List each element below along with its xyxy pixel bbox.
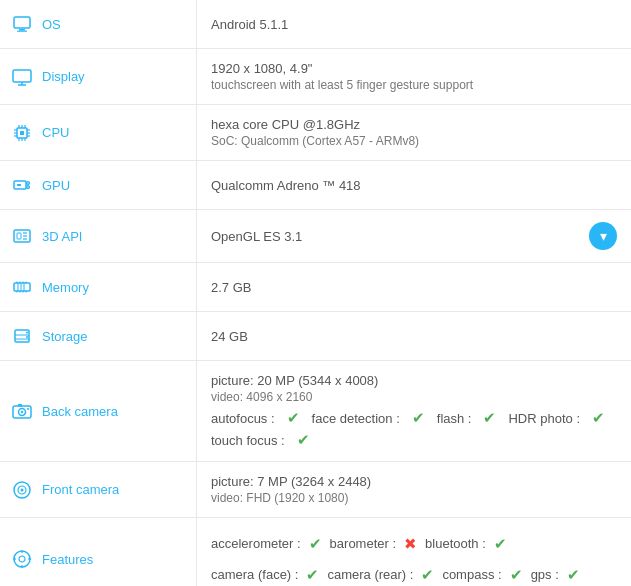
cpu-icon — [10, 121, 34, 145]
row-3dapi: 3D API OpenGL ES 3.1 ▾ — [0, 210, 631, 263]
svg-point-57 — [19, 556, 25, 562]
barometer-cross: ✖ — [404, 530, 417, 557]
row-cpu: CPU hexa core CPU @1.8GHz SoC: Qualcomm … — [0, 105, 631, 161]
cell-right-display: 1920 x 1080, 4.9" touchscreen with at le… — [197, 49, 631, 104]
backcamera-attrs-line2: touch focus : ✔ — [211, 431, 310, 449]
os-label: OS — [42, 17, 61, 32]
bluetooth-check: ✔ — [494, 530, 507, 557]
cell-right-os: Android 5.1.1 — [197, 0, 631, 48]
hdr-photo-check: ✔ — [592, 409, 605, 427]
display-label: Display — [42, 69, 85, 84]
svg-rect-27 — [17, 233, 21, 239]
cell-left-features: Features — [0, 518, 197, 586]
cpu-label: CPU — [42, 125, 69, 140]
features-label: Features — [42, 552, 93, 567]
3dapi-label: 3D API — [42, 229, 82, 244]
3dapi-value: OpenGL ES 3.1 — [211, 229, 302, 244]
compass-label: compass : — [442, 563, 501, 586]
bluetooth-label: bluetooth : — [425, 532, 486, 555]
svg-point-56 — [14, 551, 30, 567]
storage-value: 24 GB — [211, 329, 248, 344]
svg-point-55 — [21, 488, 24, 491]
hdr-photo-label: HDR photo : — [508, 411, 580, 426]
cell-left-3dapi: 3D API — [0, 210, 197, 262]
barometer-label: barometer : — [330, 532, 396, 555]
cpu-value-main: hexa core CPU @1.8GHz — [211, 117, 360, 132]
os-value: Android 5.1.1 — [211, 17, 288, 32]
svg-rect-1 — [19, 29, 25, 31]
row-frontcamera: Front camera picture: 7 MP (3264 x 2448)… — [0, 462, 631, 518]
row-gpu: GPU Qualcomm Adreno ™ 418 — [0, 161, 631, 210]
backcamera-value-main: picture: 20 MP (5344 x 4008) — [211, 373, 378, 388]
backcamera-attrs-line1: autofocus : ✔ face detection : ✔ flash :… — [211, 409, 605, 427]
3dapi-dropdown-button[interactable]: ▾ — [589, 222, 617, 250]
gpu-icon — [10, 173, 34, 197]
frontcamera-value-main: picture: 7 MP (3264 x 2448) — [211, 474, 371, 489]
memory-icon — [10, 275, 34, 299]
backcamera-label: Back camera — [42, 404, 118, 419]
face-detection-check: ✔ — [412, 409, 425, 427]
compass-check: ✔ — [510, 561, 523, 586]
memory-value: 2.7 GB — [211, 280, 251, 295]
frontcamera-value-sub: video: FHD (1920 x 1080) — [211, 491, 348, 505]
face-detection-label: face detection : — [312, 411, 400, 426]
cell-right-features: accelerometer : ✔ barometer : ✖ bluetoot… — [197, 518, 631, 586]
frontcamera-label: Front camera — [42, 482, 119, 497]
svg-rect-3 — [13, 70, 31, 82]
camera-rear-check: ✔ — [421, 561, 434, 586]
cell-left-frontcamera: Front camera — [0, 462, 197, 517]
backcamera-icon — [10, 399, 34, 423]
row-backcamera: Back camera picture: 20 MP (5344 x 4008)… — [0, 361, 631, 462]
cell-right-3dapi: OpenGL ES 3.1 ▾ — [197, 210, 631, 262]
autofocus-label: autofocus : — [211, 411, 275, 426]
cell-right-storage: 24 GB — [197, 312, 631, 360]
camera-face-label: camera (face) : — [211, 563, 298, 586]
display-value-sub: touchscreen with at least 5 finger gestu… — [211, 78, 473, 92]
specs-table: OS Android 5.1.1 Display 1920 x 1080, 4.… — [0, 0, 631, 586]
storage-icon — [10, 324, 34, 348]
cell-right-backcamera: picture: 20 MP (5344 x 4008) video: 4096… — [197, 361, 631, 461]
cell-left-os: OS — [0, 0, 197, 48]
features-icon — [10, 547, 34, 571]
flash-check: ✔ — [483, 409, 496, 427]
cell-left-storage: Storage — [0, 312, 197, 360]
touch-focus-check: ✔ — [297, 431, 310, 449]
storage-label: Storage — [42, 329, 88, 344]
svg-rect-7 — [20, 131, 24, 135]
display-icon — [10, 65, 34, 89]
flash-label: flash : — [437, 411, 472, 426]
cell-right-cpu: hexa core CPU @1.8GHz SoC: Qualcomm (Cor… — [197, 105, 631, 160]
touch-focus-label: touch focus : — [211, 433, 285, 448]
frontcamera-icon — [10, 478, 34, 502]
gpu-label: GPU — [42, 178, 70, 193]
cell-left-gpu: GPU — [0, 161, 197, 209]
svg-point-52 — [27, 408, 29, 410]
cell-left-memory: Memory — [0, 263, 197, 311]
memory-label: Memory — [42, 280, 89, 295]
cell-right-frontcamera: picture: 7 MP (3264 x 2448) video: FHD (… — [197, 462, 631, 517]
camera-face-check: ✔ — [306, 561, 319, 586]
row-os: OS Android 5.1.1 — [0, 0, 631, 49]
autofocus-check: ✔ — [287, 409, 300, 427]
svg-point-47 — [26, 336, 28, 338]
svg-rect-26 — [14, 230, 30, 242]
row-memory: Memory 2.7 GB — [0, 263, 631, 312]
svg-point-50 — [21, 411, 23, 413]
svg-point-46 — [26, 332, 28, 334]
features-line1: accelerometer : ✔ barometer : ✖ bluetoot… — [211, 530, 507, 557]
cell-left-cpu: CPU — [0, 105, 197, 160]
svg-rect-25 — [17, 184, 21, 186]
features-line2: camera (face) : ✔ camera (rear) : ✔ comp… — [211, 561, 580, 586]
accelerometer-label: accelerometer : — [211, 532, 301, 555]
camera-rear-label: camera (rear) : — [327, 563, 413, 586]
accelerometer-check: ✔ — [309, 530, 322, 557]
cell-right-memory: 2.7 GB — [197, 263, 631, 311]
cpu-value-sub: SoC: Qualcomm (Cortex A57 - ARMv8) — [211, 134, 419, 148]
3dapi-icon — [10, 224, 34, 248]
cell-left-display: Display — [0, 49, 197, 104]
svg-rect-51 — [18, 404, 22, 407]
row-storage: Storage 24 GB — [0, 312, 631, 361]
svg-rect-0 — [14, 17, 30, 28]
row-features: Features accelerometer : ✔ barometer : ✖… — [0, 518, 631, 586]
gps-label: gps : — [531, 563, 559, 586]
